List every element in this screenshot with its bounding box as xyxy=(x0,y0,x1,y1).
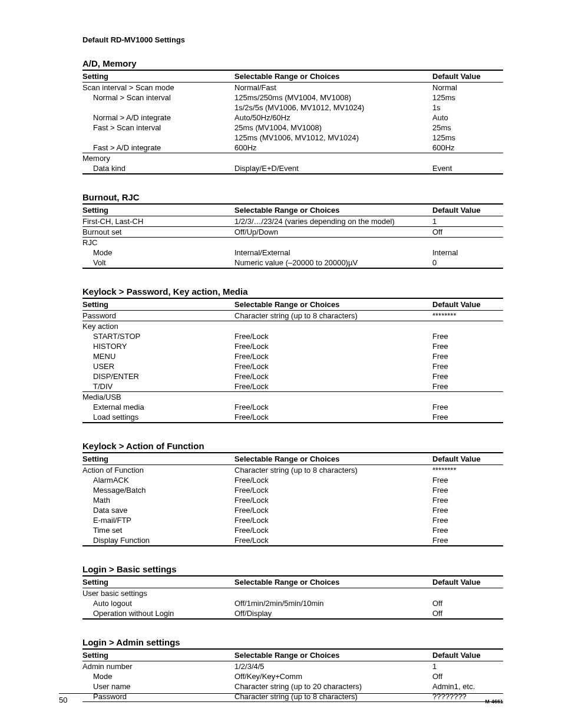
col-header-setting: Setting xyxy=(82,649,234,661)
cell-default: Admin1, etc. xyxy=(432,681,503,691)
table-row: Media/USB xyxy=(82,392,503,403)
cell-choices: Display/E+D/Event xyxy=(234,163,432,174)
cell-default: Free xyxy=(432,505,503,515)
table-row: Key action xyxy=(82,321,503,332)
table-row: Admin number1/2/3/4/51 xyxy=(82,661,503,672)
cell-default xyxy=(432,153,503,164)
cell-setting: Normal > A/D integrate xyxy=(82,113,234,123)
table-row: MENUFree/LockFree xyxy=(82,351,503,361)
table-row: 125ms (MV1006, MV1012, MV1024)125ms xyxy=(82,133,503,143)
settings-table: SettingSelectable Range or ChoicesDefaul… xyxy=(82,203,503,269)
section-title: Burnout, RJC xyxy=(82,192,503,202)
cell-setting: Scan interval > Scan mode xyxy=(82,83,234,93)
cell-setting: Message/Batch xyxy=(82,485,234,495)
table-row: AlarmACKFree/LockFree xyxy=(82,475,503,485)
cell-setting: Media/USB xyxy=(82,392,234,403)
cell-choices: Off/Up/Down xyxy=(234,227,432,238)
cell-choices: 25ms (MV1004, MV1008) xyxy=(234,123,432,133)
cell-setting: Action of Function xyxy=(82,465,234,476)
cell-choices: Free/Lock xyxy=(234,361,432,371)
cell-setting: Fast > Scan interval xyxy=(82,123,234,133)
cell-choices: Free/Lock xyxy=(234,515,432,525)
cell-setting: Volt xyxy=(82,258,234,268)
col-header-default: Default Value xyxy=(432,298,503,311)
cell-setting: Math xyxy=(82,495,234,505)
col-header-default: Default Value xyxy=(432,576,503,588)
cell-setting: E-mail/FTP xyxy=(82,515,234,525)
page-footer: 50 M-4661 xyxy=(59,693,503,704)
cell-setting: Memory xyxy=(82,153,234,164)
cell-choices: Free/Lock xyxy=(234,381,432,392)
table-row: Action of FunctionCharacter string (up t… xyxy=(82,465,503,476)
settings-table: SettingSelectable Range or ChoicesDefaul… xyxy=(82,70,503,174)
cell-choices: Character string (up to 20 characters) xyxy=(234,681,432,691)
table-row: Auto logoutOff/1min/2min/5min/10minOff xyxy=(82,598,503,608)
table-row: External mediaFree/LockFree xyxy=(82,402,503,412)
col-header-choices: Selectable Range or Choices xyxy=(234,298,432,311)
cell-choices: 125ms (MV1006, MV1012, MV1024) xyxy=(234,133,432,143)
cell-choices xyxy=(234,321,432,332)
table-row: Operation without LoginOff/DisplayOff xyxy=(82,608,503,619)
col-header-default: Default Value xyxy=(432,70,503,83)
cell-choices: Free/Lock xyxy=(234,402,432,412)
cell-default: Free xyxy=(432,515,503,525)
table-row: E-mail/FTPFree/LockFree xyxy=(82,515,503,525)
cell-choices: 600Hz xyxy=(234,143,432,153)
cell-setting: Mode xyxy=(82,671,234,681)
col-header-setting: Setting xyxy=(82,204,234,216)
cell-choices: Free/Lock xyxy=(234,331,432,341)
cell-setting: External media xyxy=(82,402,234,412)
table-row: ModeOff/Key/Key+CommOff xyxy=(82,671,503,681)
table-row: Scan interval > Scan modeNormal/FastNorm… xyxy=(82,83,503,93)
cell-default: Internal xyxy=(432,248,503,258)
table-row: Display FunctionFree/LockFree xyxy=(82,535,503,546)
section-title: Keylock > Action of Function xyxy=(82,441,503,451)
cell-default xyxy=(432,588,503,599)
cell-setting: USER xyxy=(82,361,234,371)
cell-default: ******** xyxy=(432,311,503,321)
cell-choices: Free/Lock xyxy=(234,475,432,485)
cell-setting: Load settings xyxy=(82,412,234,423)
cell-choices: Normal/Fast xyxy=(234,83,432,93)
section-title: Login > Basic settings xyxy=(82,564,503,574)
cell-default: Off xyxy=(432,598,503,608)
table-row: Message/BatchFree/LockFree xyxy=(82,485,503,495)
cell-default: Free xyxy=(432,341,503,351)
table-row: Data saveFree/LockFree xyxy=(82,505,503,515)
settings-table: SettingSelectable Range or ChoicesDefaul… xyxy=(82,575,503,620)
cell-setting xyxy=(82,103,234,113)
table-row: START/STOPFree/LockFree xyxy=(82,331,503,341)
cell-setting: User name xyxy=(82,681,234,691)
table-row: Normal > Scan interval125ms/250ms (MV100… xyxy=(82,93,503,103)
doc-number: M-4661 xyxy=(485,699,503,704)
cell-default: Free xyxy=(432,485,503,495)
cell-default: 125ms xyxy=(432,133,503,143)
cell-default: Free xyxy=(432,402,503,412)
table-row: HISTORYFree/LockFree xyxy=(82,341,503,351)
cell-choices: Free/Lock xyxy=(234,485,432,495)
cell-setting: Key action xyxy=(82,321,234,332)
cell-choices: Free/Lock xyxy=(234,341,432,351)
cell-choices: Free/Lock xyxy=(234,535,432,546)
table-row: User nameCharacter string (up to 20 char… xyxy=(82,681,503,691)
cell-choices: Character string (up to 8 characters) xyxy=(234,311,432,321)
cell-default: Event xyxy=(432,163,503,174)
cell-default: Off xyxy=(432,227,503,238)
cell-setting: MENU xyxy=(82,351,234,361)
cell-setting: Password xyxy=(82,311,234,321)
cell-choices: Off/Key/Key+Comm xyxy=(234,671,432,681)
table-row: User basic settings xyxy=(82,588,503,599)
cell-setting: First-CH, Last-CH xyxy=(82,216,234,227)
cell-default: Auto xyxy=(432,113,503,123)
cell-choices: 1s/2s/5s (MV1006, MV1012, MV1024) xyxy=(234,103,432,113)
cell-default: ******** xyxy=(432,465,503,476)
cell-setting xyxy=(82,133,234,143)
cell-default xyxy=(432,321,503,332)
cell-choices: 1/2/3/…/23/24 (varies depending on the m… xyxy=(234,216,432,227)
section-title: Login > Admin settings xyxy=(82,637,503,647)
section-title: Keylock > Password, Key action, Media xyxy=(82,286,503,297)
cell-default: 0 xyxy=(432,258,503,268)
section-title: A/D, Memory xyxy=(82,58,503,68)
cell-default xyxy=(432,392,503,403)
table-row: Load settingsFree/LockFree xyxy=(82,412,503,423)
